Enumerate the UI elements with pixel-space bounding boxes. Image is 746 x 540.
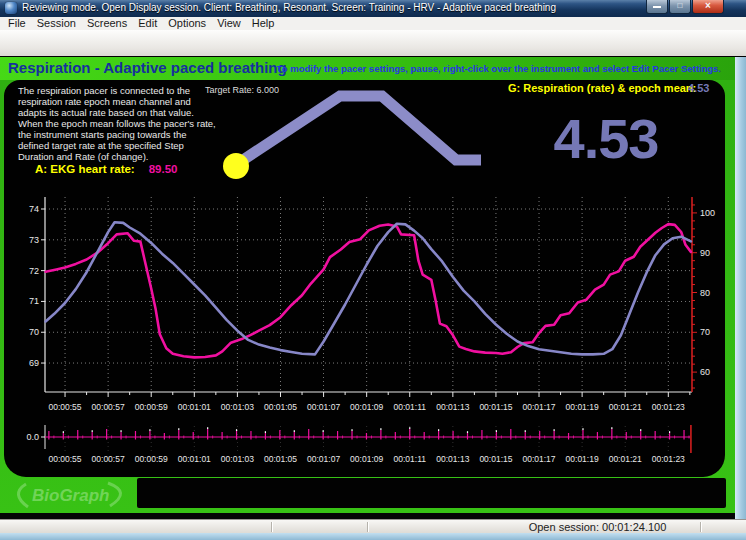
menu-options[interactable]: Options — [168, 17, 206, 30]
svg-text:00:01:23: 00:01:23 — [652, 402, 685, 412]
menu-file[interactable]: File — [8, 17, 26, 30]
toolbar: ×10 Min Max 30 sec ◀ ▶ 12345 ↶ — [0, 30, 746, 57]
ekg-strip-chart: 0.000:00:5500:00:5700:00:5900:01:0100:01… — [26, 425, 690, 464]
svg-text:70: 70 — [29, 327, 39, 337]
main-area: 74737271706900:00:5500:00:5700:00:5900:0… — [0, 80, 735, 513]
menu-screens[interactable]: Screens — [87, 17, 127, 30]
minimize-button[interactable] — [646, 0, 668, 14]
pacer-display[interactable] — [223, 96, 481, 179]
target-rate-label: Target Rate: 6.000 — [205, 85, 279, 95]
svg-text:00:01:17: 00:01:17 — [522, 454, 555, 464]
statusbar-divider — [271, 522, 272, 532]
status-bar: Open session: 00:01:24.100 — [0, 519, 746, 533]
resp-epoch-value: 4.53 — [688, 82, 709, 94]
svg-text:00:01:03: 00:01:03 — [221, 402, 254, 412]
menu-bar: FileSessionScreensEditOptionsViewHelp — [0, 17, 746, 30]
svg-text:00:01:07: 00:01:07 — [307, 454, 340, 464]
svg-text:00:00:57: 00:00:57 — [92, 402, 125, 412]
svg-text:00:01:21: 00:01:21 — [609, 454, 642, 464]
statusbar-divider — [367, 522, 368, 532]
screen-header: Respiration - Adaptive paced breathing T… — [0, 57, 735, 80]
svg-text:00:01:17: 00:01:17 — [522, 402, 555, 412]
svg-text:00:01:13: 00:01:13 — [436, 402, 469, 412]
display-panel: 74737271706900:00:5500:00:5700:00:5900:0… — [4, 80, 725, 477]
trend-chart: 74737271706900:00:5500:00:5700:00:5900:0… — [29, 197, 715, 412]
ekg-rate-row: A: EKG heart rate:89.50 — [35, 163, 177, 175]
svg-text:00:01:19: 00:01:19 — [566, 402, 599, 412]
app-icon — [5, 2, 17, 14]
menu-view[interactable]: View — [217, 17, 241, 30]
svg-text:00:01:19: 00:01:19 — [566, 454, 599, 464]
svg-text:71: 71 — [29, 296, 39, 306]
svg-text:73: 73 — [29, 235, 39, 245]
screen-title: Respiration - Adaptive paced breathing — [8, 59, 287, 76]
svg-text:0.0: 0.0 — [26, 432, 39, 442]
svg-text:00:00:55: 00:00:55 — [48, 402, 81, 412]
ekg-rate-label: A: EKG heart rate: — [35, 163, 135, 175]
svg-text:72: 72 — [29, 266, 39, 276]
svg-text:00:00:55: 00:00:55 — [48, 454, 81, 464]
menu-session[interactable]: Session — [37, 17, 76, 30]
instrument-description: The respiration pacer is connected to th… — [18, 85, 218, 162]
series-right — [46, 224, 691, 357]
svg-text:00:01:23: 00:01:23 — [652, 454, 685, 464]
svg-text:00:01:01: 00:01:01 — [178, 402, 211, 412]
svg-text:69: 69 — [29, 358, 39, 368]
svg-text:00:01:11: 00:01:11 — [394, 402, 427, 412]
window-border-bottom — [0, 533, 746, 540]
svg-text:60: 60 — [700, 367, 710, 377]
svg-text:00:01:03: 00:01:03 — [221, 454, 254, 464]
svg-text:00:01:01: 00:01:01 — [178, 454, 211, 464]
svg-text:00:01:07: 00:01:07 — [307, 402, 340, 412]
svg-text:90: 90 — [700, 248, 710, 258]
series-left — [46, 222, 691, 354]
svg-text:00:01:13: 00:01:13 — [436, 454, 469, 464]
svg-text:00:01:21: 00:01:21 — [609, 402, 642, 412]
svg-text:00:01:05: 00:01:05 — [264, 454, 297, 464]
svg-text:BioGraph: BioGraph — [32, 486, 109, 505]
svg-text:100: 100 — [700, 208, 715, 218]
svg-text:80: 80 — [700, 288, 710, 298]
svg-text:70: 70 — [700, 327, 710, 337]
footer-inset-panel — [137, 478, 726, 508]
pacer-hint: To modify the pacer settings, pause, rig… — [277, 63, 721, 74]
svg-text:00:01:05: 00:01:05 — [264, 402, 297, 412]
window-title: Reviewing mode. Open Display session. Cl… — [22, 2, 556, 13]
svg-text:00:01:09: 00:01:09 — [350, 454, 383, 464]
resp-big-value: 4.53 — [496, 106, 716, 171]
ekg-rate-value: 89.50 — [149, 163, 178, 175]
svg-text:00:00:57: 00:00:57 — [92, 454, 125, 464]
svg-text:00:01:09: 00:01:09 — [350, 402, 383, 412]
application-window: Reviewing mode. Open Display session. Cl… — [0, 0, 746, 540]
menu-edit[interactable]: Edit — [138, 17, 157, 30]
svg-text:00:00:59: 00:00:59 — [135, 454, 168, 464]
statusbar-divider — [700, 522, 701, 532]
svg-text:00:01:15: 00:01:15 — [479, 402, 512, 412]
title-bar: Reviewing mode. Open Display session. Cl… — [0, 0, 746, 17]
session-time-label: Open session: 00:01:24.100 — [500, 521, 695, 533]
biograph-logo: BioGraph — [8, 479, 136, 512]
menu-help[interactable]: Help — [252, 17, 275, 30]
svg-text:00:01:11: 00:01:11 — [394, 454, 427, 464]
window-border-right — [735, 57, 746, 519]
pacer-ball — [223, 153, 249, 179]
svg-text:74: 74 — [29, 204, 39, 214]
svg-text:00:01:15: 00:01:15 — [479, 454, 512, 464]
resp-epoch-label: G: Respiration (rate) & epoch mean: — [508, 82, 696, 94]
close-button[interactable]: × — [692, 0, 724, 14]
maximize-button[interactable]: □ — [669, 0, 691, 14]
svg-text:00:00:59: 00:00:59 — [135, 402, 168, 412]
